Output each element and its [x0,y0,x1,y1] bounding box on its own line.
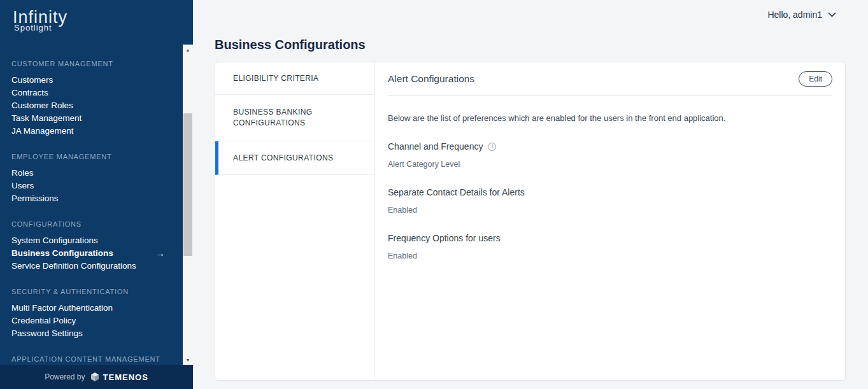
sidebar-item-task-management[interactable]: Task Management [11,112,183,125]
info-icon[interactable]: i [488,143,496,151]
powered-by-label: Powered by [45,372,85,381]
field-frequency-options: Frequency Options for users Enabled [388,233,832,260]
field-separate-contact-details: Separate Contact Details for Alerts Enab… [388,187,832,215]
sidebar-footer: Powered by TEMENOS [0,365,193,389]
field-label-text: Frequency Options for users [388,233,501,243]
field-value: Enabled [388,251,832,260]
tab-business-banking-configurations[interactable]: BUSINESS BANKING CONFIGURATIONS [215,95,374,141]
scroll-up-icon[interactable]: ▲ [183,45,193,55]
sidebar-item-ja-management[interactable]: JA Management [11,125,183,138]
temenos-brand-label: TEMENOS [103,372,148,382]
field-label: Frequency Options for users [388,233,832,243]
field-value: Enabled [388,206,832,215]
page-title: Business Configurations [215,38,846,52]
main-area: Hello, admin1 Business Configurations EL… [193,0,868,389]
sidebar-scrollbar-thumb[interactable] [183,113,192,256]
sidebar-nav: CUSTOMER MANAGEMENT Customers Contracts … [0,45,183,365]
user-greeting: Hello, admin1 [767,10,822,20]
section-title-security-authentication: SECURITY & AUTHENTICATION [11,288,183,295]
scroll-down-icon[interactable]: ▼ [183,355,193,365]
section-title-application-content-management: APPLICATION CONTENT MANAGEMENT [11,355,183,363]
sidebar-item-service-definition-configurations[interactable]: Service Definition Configurations [11,260,183,272]
sidebar-item-customer-roles[interactable]: Customer Roles [11,99,183,112]
alert-configurations-panel: Alert Configurations Edit Below are the … [374,62,845,380]
sidebar-item-password-settings[interactable]: Password Settings [11,327,183,340]
field-label-text: Channel and Frequency [388,141,483,152]
sidebar-item-business-configurations[interactable]: Business Configurations → [11,247,183,260]
arrow-right-icon: → [155,247,165,260]
tab-eligibility-criteria[interactable]: ELIGIBILITY CRITERIA [215,62,374,95]
edit-button[interactable]: Edit [799,71,832,87]
sidebar: Infinity Spotlight CUSTOMER MANAGEMENT C… [0,0,193,389]
sidebar-item-multi-factor-authentication[interactable]: Multi Factor Authentication [11,302,183,315]
sidebar-item-system-configurations[interactable]: System Configurations [11,234,183,247]
user-menu[interactable]: Hello, admin1 [767,10,836,20]
panel-header: Alert Configurations Edit [388,62,832,96]
field-value: Alert Category Level [388,160,832,169]
field-channel-and-frequency: Channel and Frequency i Alert Category L… [388,141,832,169]
sidebar-item-roles[interactable]: Roles [11,167,183,180]
sidebar-item-permissions[interactable]: Permissions [11,192,183,205]
temenos-logo-icon [90,372,100,382]
section-title-customer-management: CUSTOMER MANAGEMENT [11,60,183,67]
field-label: Separate Contact Details for Alerts [388,187,832,197]
config-tabs: ELIGIBILITY CRITERIA BUSINESS BANKING CO… [215,62,374,380]
sidebar-item-users[interactable]: Users [11,180,183,192]
sidebar-item-contracts[interactable]: Contracts [11,87,183,99]
sidebar-item-label: Business Configurations [11,247,113,260]
business-configurations-card: ELIGIBILITY CRITERIA BUSINESS BANKING CO… [215,62,846,381]
chevron-down-icon [828,12,836,17]
sidebar-scrollbar[interactable]: ▲ ▼ [183,45,193,365]
top-bar: Hello, admin1 [215,0,846,22]
field-label-text: Separate Contact Details for Alerts [388,187,525,197]
app-logo[interactable]: Infinity Spotlight [0,0,193,45]
section-title-configurations: CONFIGURATIONS [11,220,183,228]
logo-line2: Spotlight [13,23,193,32]
sidebar-item-customers[interactable]: Customers [11,74,183,87]
section-title-employee-management: EMPLOYEE MANAGEMENT [11,153,183,160]
temenos-brand: TEMENOS [90,372,148,382]
panel-title: Alert Configurations [388,73,474,85]
field-label: Channel and Frequency i [388,141,832,152]
panel-description: Below are the list of preferences which … [388,113,832,123]
sidebar-item-credential-policy[interactable]: Credential Policy [11,315,183,327]
tab-alert-configurations[interactable]: ALERT CONFIGURATIONS [215,141,374,175]
